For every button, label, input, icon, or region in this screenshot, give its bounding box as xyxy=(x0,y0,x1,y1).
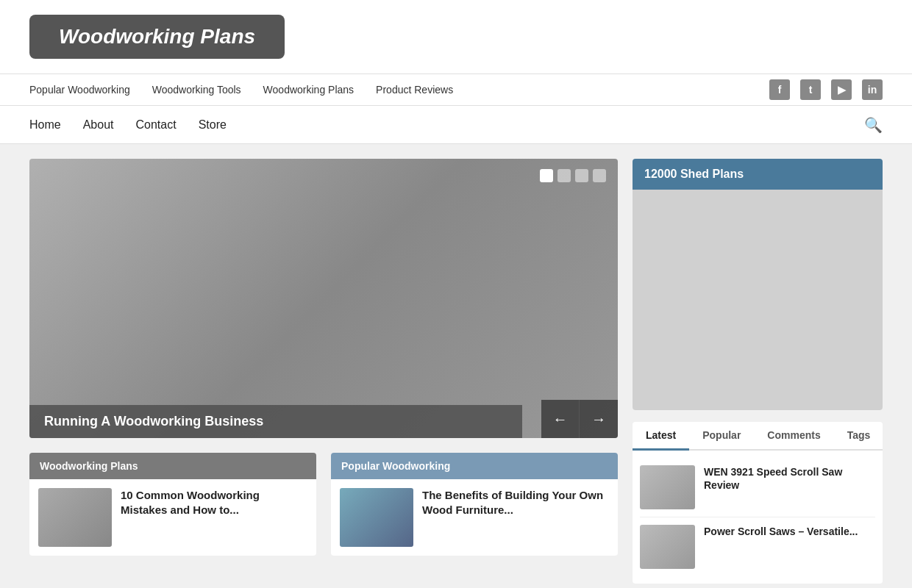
slide-nav-buttons: ← → xyxy=(541,400,618,438)
top-nav-link-popular-woodworking[interactable]: Popular Woodworking xyxy=(29,84,130,96)
top-nav-item-woodworking-tools[interactable]: Woodworking Tools xyxy=(152,83,241,96)
nav-link-contact[interactable]: Contact xyxy=(136,118,177,131)
slide-background xyxy=(29,159,618,438)
card-thumbnail-2[interactable] xyxy=(340,488,413,547)
article-card-1: Woodworking Plans 10 Common Woodworking … xyxy=(29,453,316,556)
slide-dot-1[interactable] xyxy=(540,169,553,182)
top-nav-item-product-reviews[interactable]: Product Reviews xyxy=(376,83,453,96)
nav-link-store[interactable]: Store xyxy=(199,118,227,131)
slide-prev-button[interactable]: ← xyxy=(541,400,580,438)
article-list-text-wen: WEN 3921 Speed Scroll Saw Review xyxy=(704,465,875,492)
sidebar-article-list: WEN 3921 Speed Scroll Saw Review Power S… xyxy=(633,451,883,584)
content-area: Running A Woodworking Business ← → Woodw… xyxy=(0,144,912,588)
article-list-text-scroll: Power Scroll Saws – Versatile... xyxy=(704,525,858,538)
article-title-scroll[interactable]: Power Scroll Saws – Versatile... xyxy=(704,525,858,538)
tab-comments[interactable]: Comments xyxy=(754,422,833,451)
card-title-2[interactable]: The Benefits of Building Your Own Wood F… xyxy=(422,488,609,517)
nav-item-home[interactable]: Home xyxy=(29,118,61,132)
youtube-icon[interactable]: ▶ xyxy=(831,79,852,100)
top-nav: Popular Woodworking Woodworking Tools Wo… xyxy=(0,74,912,106)
nav-item-store[interactable]: Store xyxy=(199,118,227,132)
twitter-icon[interactable]: t xyxy=(800,79,821,100)
search-button[interactable]: 🔍 xyxy=(864,116,883,134)
card-content-2: The Benefits of Building Your Own Wood F… xyxy=(331,479,618,556)
tab-latest[interactable]: Latest xyxy=(633,422,689,451)
logo-box[interactable]: Woodworking Plans xyxy=(29,15,285,59)
card-header-1: Woodworking Plans xyxy=(29,453,316,479)
top-nav-item-woodworking-plans[interactable]: Woodworking Plans xyxy=(263,83,354,96)
article-thumb-wen[interactable] xyxy=(640,465,695,509)
slideshow: Running A Woodworking Business ← → xyxy=(29,159,618,438)
card-title-1[interactable]: 10 Common Woodworking Mistakes and How t… xyxy=(121,488,307,517)
top-nav-link-woodworking-tools[interactable]: Woodworking Tools xyxy=(152,84,241,96)
list-item: Power Scroll Saws – Versatile... xyxy=(640,517,875,576)
social-icons: f t ▶ in xyxy=(769,79,883,100)
article-title-wen[interactable]: WEN 3921 Speed Scroll Saw Review xyxy=(704,465,875,492)
facebook-icon[interactable]: f xyxy=(769,79,790,100)
slide-next-button[interactable]: → xyxy=(580,400,618,438)
tab-popular[interactable]: Popular xyxy=(689,422,754,451)
card-content-1: 10 Common Woodworking Mistakes and How t… xyxy=(29,479,316,556)
logo-text: Woodworking Plans xyxy=(59,25,255,48)
nav-link-about[interactable]: About xyxy=(83,118,114,131)
shed-plans-ad-area xyxy=(633,190,883,410)
card-text-2: The Benefits of Building Your Own Wood F… xyxy=(422,488,609,517)
nav-item-about[interactable]: About xyxy=(83,118,114,132)
tabs-header: Latest Popular Comments Tags xyxy=(633,422,883,451)
tab-tags[interactable]: Tags xyxy=(834,422,883,451)
sidebar: 12000 Shed Plans Latest Popular Comments… xyxy=(633,159,883,584)
sidebar-tabs-container: Latest Popular Comments Tags WEN 3921 Sp… xyxy=(633,422,883,584)
slide-caption: Running A Woodworking Business xyxy=(29,405,522,438)
card-header-2: Popular Woodworking xyxy=(331,453,618,479)
top-nav-links: Popular Woodworking Woodworking Tools Wo… xyxy=(29,83,453,96)
article-thumb-scroll[interactable] xyxy=(640,525,695,569)
card-thumbnail-1[interactable] xyxy=(38,488,112,547)
main-column: Running A Woodworking Business ← → Woodw… xyxy=(29,159,618,584)
nav-item-contact[interactable]: Contact xyxy=(136,118,177,132)
shed-plans-header: 12000 Shed Plans xyxy=(633,159,883,190)
nav-link-home[interactable]: Home xyxy=(29,118,61,131)
top-nav-item-popular-woodworking[interactable]: Popular Woodworking xyxy=(29,83,130,96)
slide-dots xyxy=(540,169,606,182)
top-nav-link-woodworking-plans[interactable]: Woodworking Plans xyxy=(263,84,354,96)
article-card-2: Popular Woodworking The Benefits of Buil… xyxy=(331,453,618,556)
top-nav-link-product-reviews[interactable]: Product Reviews xyxy=(376,84,453,96)
main-nav-links: Home About Contact Store xyxy=(29,118,227,132)
list-item: WEN 3921 Speed Scroll Saw Review xyxy=(640,458,875,517)
slide-dot-3[interactable] xyxy=(575,169,588,182)
linkedin-icon[interactable]: in xyxy=(862,79,883,100)
card-text-1: 10 Common Woodworking Mistakes and How t… xyxy=(121,488,307,517)
main-nav: Home About Contact Store 🔍 xyxy=(0,106,912,144)
slide-dot-4[interactable] xyxy=(593,169,606,182)
slide-dot-2[interactable] xyxy=(557,169,571,182)
site-header: Woodworking Plans xyxy=(0,0,912,74)
shed-plans-box: 12000 Shed Plans xyxy=(633,159,883,410)
article-cards: Woodworking Plans 10 Common Woodworking … xyxy=(29,453,618,556)
